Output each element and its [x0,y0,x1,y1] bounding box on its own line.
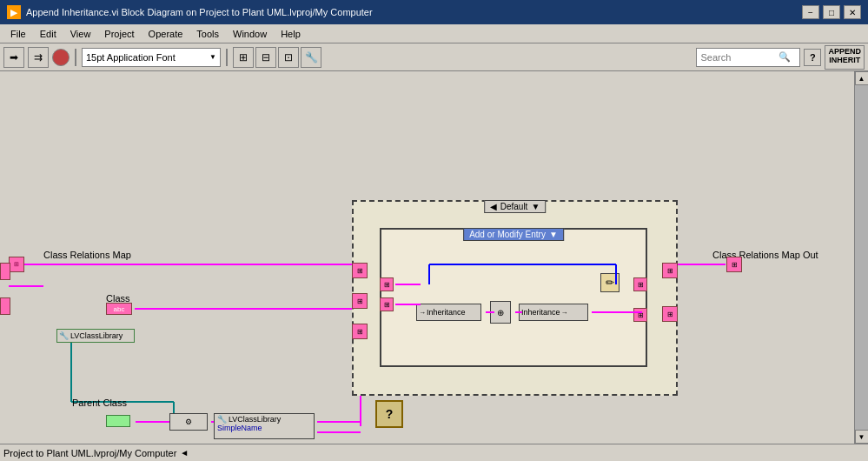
lv-class-library-node: 🔧 LVClassLibrary [56,329,135,343]
loop-right-terminal-1: ⊞ [662,263,678,278]
stop-btn[interactable] [52,49,70,66]
case-header[interactable]: ◀ Default ▼ [484,200,547,213]
status-arrow[interactable]: ◄ [180,448,189,458]
toolbar-sep-2 [226,49,228,66]
title-bar-controls[interactable]: − □ ✕ [802,5,861,19]
font-dropdown[interactable]: 15pt Application Font ▼ [82,48,221,67]
main-area: Class Relations Map ⊞ Class abc 🔧 LVClas… [0,71,868,444]
class-relations-map-in-terminal: ⊞ [9,257,24,272]
window-title: Append Inheritance.vi Block Diagram on P… [26,7,373,17]
lv-class-library-simple-name-node: 🔧 LVClassLibrary SimpleName [214,413,315,439]
toolbar: ➡ ⇉ 15pt Application Font ▼ ⊞ ⊟ ⊡ 🔧 🔍 ? … [0,43,868,71]
write-icon-node: ✏ [600,273,620,292]
toolbar-sep-1 [75,49,76,66]
class-relations-map-label: Class Relations Map [43,250,131,260]
scroll-down-arrow[interactable]: ▼ [855,430,869,444]
inheritance-terminal-1: → Inheritance [416,304,481,321]
app-icon: ▶ [7,5,21,19]
title-bar: ▶ Append Inheritance.vi Block Diagram on… [0,0,868,24]
inner-left-terminal-1: ⊞ [380,277,394,291]
run-all-btn[interactable]: ⇉ [28,47,49,68]
menu-help[interactable]: Help [274,27,308,41]
question-mark-node: ? [375,400,403,428]
menu-project[interactable]: Project [97,27,141,41]
inner-case-structure: Add or Modify Entry ▼ ⊞ ⊞ ⊞ ⊞ ✏ → Inheri… [380,228,647,367]
font-display: 15pt Application Font [86,52,176,63]
bundle-unbundle-node: ⊕ [490,301,511,324]
menu-file[interactable]: File [3,27,33,41]
parent-class-label: Parent Class [72,398,127,408]
run-arrow-btn[interactable]: ➡ [3,47,24,68]
close-button[interactable]: ✕ [844,5,861,19]
inner-right-terminal-2: ⊞ [633,308,647,322]
parent-class-terminal [106,415,130,427]
inner-wire-svg [381,230,646,365]
menu-view[interactable]: View [63,27,98,41]
search-box: 🔍 [696,48,800,67]
inner-left-terminal-2: ⊞ [380,297,394,311]
toolbar-icon-group-1: ⊞ ⊟ ⊡ 🔧 [233,47,321,68]
class-relations-map-out-terminal: ⊞ [726,257,742,272]
distribute-btn[interactable]: ⊟ [255,47,276,68]
menu-edit[interactable]: Edit [33,27,63,41]
menu-bar: File Edit View Project Operate Tools Win… [0,24,868,43]
search-icon: 🔍 [779,51,791,63]
class-terminal: abc [106,303,132,315]
status-text: Project to Plant UML.lvproj/My Computer [3,448,176,458]
reorder-btn[interactable]: 🔧 [301,47,321,68]
title-bar-left: ▶ Append Inheritance.vi Block Diagram on… [7,5,373,19]
scroll-track[interactable] [855,85,869,430]
font-dropdown-arrow: ▼ [209,53,216,61]
left-edge-terminal-2 [0,297,10,315]
menu-window[interactable]: Window [226,27,274,41]
resize-btn[interactable]: ⊡ [278,47,299,68]
loop-right-terminal-2: ⊞ [662,306,678,322]
scroll-up-arrow[interactable]: ▲ [855,71,869,85]
canvas[interactable]: Class Relations Map ⊞ Class abc 🔧 LVClas… [0,71,854,444]
align-btn[interactable]: ⊞ [233,47,254,68]
loop-left-terminal-1: ⊞ [352,263,368,278]
add-modify-selector[interactable]: Add or Modify Entry ▼ [463,228,564,241]
loop-left-terminal-3: ⊞ [352,324,368,339]
inner-right-terminal-1: ⊞ [633,277,647,291]
append-inherit-button[interactable]: APPENDINHERIT [825,45,865,70]
scrollbar-right[interactable]: ▲ ▼ [854,71,868,444]
menu-tools[interactable]: Tools [189,27,226,41]
menu-operate[interactable]: Operate [142,27,190,41]
inheritance-terminal-2: Inheritance → [519,304,588,321]
minimize-button[interactable]: − [802,5,819,19]
help-button[interactable]: ? [804,49,821,66]
left-edge-terminal [0,263,10,280]
maximize-button[interactable]: □ [823,5,840,19]
search-input[interactable] [700,52,779,63]
bundle-node: ⚙ [169,413,208,431]
status-bar: Project to Plant UML.lvproj/My Computer … [0,444,868,461]
loop-left-terminal-2: ⊞ [352,293,368,309]
outer-loop-structure: ◀ Default ▼ ⊞ ⊞ ⊞ ⊞ ⊞ Add or Modify Entr… [352,200,678,396]
